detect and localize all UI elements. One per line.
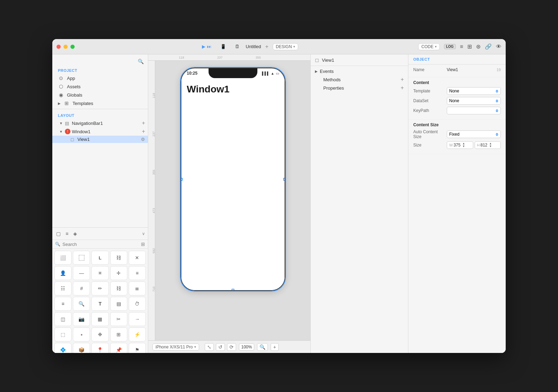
comp-pin2[interactable]: 📌 bbox=[110, 343, 127, 353]
comp-box3d[interactable]: ◫ bbox=[54, 312, 71, 326]
handle-bottom-right[interactable] bbox=[283, 289, 285, 291]
comp-table[interactable]: ☷ bbox=[54, 281, 71, 295]
device-selector[interactable]: iPhone X/XS/11 Pro ▾ bbox=[152, 344, 199, 350]
flag-icon: ⚑ bbox=[135, 347, 140, 353]
comp-arrow[interactable]: ✕ bbox=[129, 251, 146, 265]
nav-add-icon[interactable]: + bbox=[142, 120, 145, 126]
tree-item-navigationbar[interactable]: ▼ ▤ NavigationBar1 + bbox=[52, 119, 148, 127]
comp-chain2[interactable]: ⛓ bbox=[110, 281, 127, 295]
comp-label[interactable]: L bbox=[91, 251, 108, 265]
handle-middle-left[interactable] bbox=[181, 178, 183, 181]
sidebar-item-app[interactable]: ⊙ App bbox=[52, 74, 148, 82]
sidebar-item-globals[interactable]: ◉ Globals bbox=[52, 91, 148, 99]
handle-bottom-left[interactable] bbox=[181, 289, 183, 291]
calendar-icon-btn[interactable]: 🗓 bbox=[232, 43, 243, 51]
phone-frame[interactable]: 10:25 ▌▌▌ ▲ ▭ Window1 bbox=[181, 68, 285, 291]
comp-search2[interactable]: 🔍 bbox=[73, 297, 90, 311]
canvas-fit-icon[interactable]: ⤡ bbox=[205, 343, 214, 351]
list-icon[interactable]: ≡ bbox=[460, 44, 463, 50]
canvas-rotate-icon[interactable]: ↺ bbox=[216, 343, 225, 351]
comp-scissors[interactable]: ✂ bbox=[110, 312, 127, 326]
link-icon[interactable]: 🔗 bbox=[485, 43, 492, 50]
comp-multicol[interactable]: ⊞ bbox=[110, 327, 127, 341]
sidebar-search-icon[interactable]: 🔍 bbox=[138, 59, 144, 64]
comp-chevron-icon[interactable]: ∨ bbox=[142, 231, 145, 236]
ruler-mark-237: 237 bbox=[217, 56, 223, 59]
comp-list-icon[interactable]: ≡ bbox=[65, 230, 69, 238]
sidebar-top: 🔍 PROJECT ⊙ App ⬡ Assets ◉ Globals ▶ bbox=[52, 54, 148, 227]
width-input-group[interactable]: W 375 ▲ ▼ bbox=[447, 141, 473, 149]
add-tab-button[interactable]: + bbox=[264, 44, 270, 50]
comp-table2[interactable]: ▤ bbox=[110, 297, 127, 311]
code-chevron-icon: ▾ bbox=[435, 45, 437, 48]
canvas-reset-icon[interactable]: ⟳ bbox=[227, 343, 236, 351]
sidebar-item-assets[interactable]: ⬡ Assets bbox=[52, 82, 148, 91]
main-layout: 🔍 PROJECT ⊙ App ⬡ Assets ◉ Globals ▶ bbox=[52, 54, 506, 353]
events-item-events[interactable]: ▶ Events bbox=[311, 67, 408, 75]
play-button[interactable]: ▶ ⏭ bbox=[199, 43, 214, 51]
handle-bottom-center[interactable] bbox=[232, 289, 234, 291]
comp-flag[interactable]: ⚑ bbox=[129, 343, 146, 353]
canvas-zoom-search-icon[interactable]: 🔍 bbox=[257, 343, 268, 351]
log-badge[interactable]: LOG bbox=[444, 44, 456, 49]
search-grid-icon[interactable]: ⊞ bbox=[141, 241, 145, 247]
view-gear-icon[interactable]: ⚙ bbox=[141, 137, 145, 142]
methods-add-icon[interactable]: + bbox=[401, 76, 404, 83]
code-mode-button[interactable]: CODE ▾ bbox=[418, 43, 440, 50]
layout-icon[interactable]: ⊞ bbox=[467, 43, 472, 50]
comp-lines[interactable]: ≣ bbox=[129, 281, 146, 295]
device-icon[interactable]: 📱 bbox=[217, 43, 229, 51]
tree-item-window1[interactable]: ▼ ! Window1 + bbox=[52, 127, 148, 136]
comp-camera[interactable]: 📷 bbox=[73, 312, 90, 326]
minimize-button[interactable] bbox=[63, 45, 68, 49]
comp-hash[interactable]: # bbox=[73, 281, 90, 295]
comp-film[interactable]: ▦ bbox=[91, 312, 108, 326]
comp-pin1[interactable]: 📍 bbox=[91, 343, 108, 353]
canvas-add-icon[interactable]: + bbox=[271, 343, 278, 351]
height-input-group[interactable]: H 812 ▲ ▼ bbox=[475, 141, 501, 149]
width-down-icon[interactable]: ▼ bbox=[462, 145, 465, 148]
comp-text[interactable]: T bbox=[91, 297, 108, 311]
comp-user[interactable]: 👤 bbox=[54, 266, 71, 280]
auto-content-select[interactable]: Fixed bbox=[447, 130, 501, 138]
canvas-tool-icons: ⤡ ↺ ⟳ bbox=[205, 343, 236, 351]
events-methods-item[interactable]: Methods + bbox=[319, 75, 408, 84]
shield-icon[interactable]: ⊛ bbox=[476, 43, 481, 50]
eye-icon[interactable]: 👁 bbox=[496, 44, 502, 50]
comp-3d-icon[interactable]: ◈ bbox=[72, 230, 78, 238]
height-down-icon[interactable]: ▼ bbox=[489, 145, 492, 148]
tree-item-view1[interactable]: ◻ View1 ⚙ bbox=[52, 136, 148, 143]
comp-arrow2[interactable]: → bbox=[129, 312, 146, 326]
keypath-field[interactable] bbox=[447, 107, 501, 114]
comp-flower[interactable]: ❉ bbox=[91, 327, 108, 341]
comp-line[interactable]: — bbox=[73, 266, 90, 280]
comp-rect[interactable]: ⬜ bbox=[54, 251, 71, 265]
comp-window-icon[interactable]: ▢ bbox=[55, 230, 62, 238]
maximize-button[interactable] bbox=[70, 45, 75, 49]
inspector-content-section: Content Template None DataSet bbox=[408, 77, 506, 120]
search-input[interactable] bbox=[62, 242, 139, 247]
canvas-content[interactable]: 10:25 ▌▌▌ ▲ ▭ Window1 bbox=[155, 61, 310, 340]
sidebar-item-templates[interactable]: ▶ ⊞ Templates bbox=[52, 99, 148, 107]
comp-spark[interactable]: ✳ bbox=[91, 266, 108, 280]
close-button[interactable] bbox=[56, 45, 61, 49]
comp-db1[interactable]: 💠 bbox=[54, 343, 71, 353]
dataset-select[interactable]: None bbox=[447, 97, 501, 105]
comp-select[interactable]: ⬚ bbox=[54, 327, 71, 341]
events-properties-item[interactable]: Properties + bbox=[319, 84, 408, 92]
comp-clock[interactable]: ⏱ bbox=[129, 297, 146, 311]
comp-star[interactable]: ⭑ bbox=[73, 327, 90, 341]
comp-plus[interactable]: ✛ bbox=[110, 266, 127, 280]
comp-pencil[interactable]: ✏ bbox=[91, 281, 108, 295]
comp-link[interactable]: ⛓ bbox=[110, 251, 127, 265]
design-mode-button[interactable]: DESIGN ▾ bbox=[273, 43, 298, 50]
handle-middle-right[interactable] bbox=[283, 178, 285, 181]
comp-layers[interactable]: ⚡ bbox=[129, 327, 146, 341]
comp-menu2[interactable]: ≡ bbox=[54, 297, 71, 311]
template-select[interactable]: None bbox=[447, 87, 501, 95]
window-add-icon[interactable]: + bbox=[142, 128, 145, 135]
comp-align[interactable]: ≡ bbox=[129, 266, 146, 280]
comp-db2[interactable]: 📦 bbox=[73, 343, 90, 353]
comp-dashed[interactable] bbox=[73, 251, 90, 265]
properties-add-icon[interactable]: + bbox=[401, 85, 404, 91]
